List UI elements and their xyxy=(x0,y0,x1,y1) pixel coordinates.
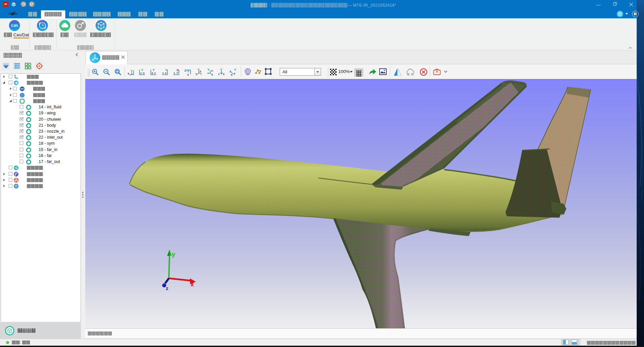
svg-text:Y: Y xyxy=(234,68,236,71)
svg-text:z: z xyxy=(166,285,168,291)
svg-text:x: x xyxy=(211,69,213,72)
svg-text:x: x xyxy=(199,69,201,73)
svg-text:x: x xyxy=(190,281,194,288)
svg-text:x: x xyxy=(128,71,130,75)
svg-text:Y: Y xyxy=(207,68,210,71)
svg-text:Y: Y xyxy=(14,74,15,76)
svg-text:z: z xyxy=(173,71,175,75)
svg-text:Z: Z xyxy=(184,69,186,72)
svg-text:z: z xyxy=(154,71,156,75)
svg-text:y: y xyxy=(172,251,175,258)
svg-text:z: z xyxy=(140,71,142,75)
svg-text:z: z xyxy=(162,71,164,75)
svg-text:Y: Y xyxy=(176,71,178,75)
svg-text:z: z xyxy=(195,72,197,76)
svg-text:x: x xyxy=(152,71,154,75)
svg-text:x: x xyxy=(143,71,145,75)
svg-text:z: z xyxy=(218,72,220,76)
svg-text:x: x xyxy=(223,72,225,76)
svg-text:z: z xyxy=(15,76,16,78)
svg-text:z: z xyxy=(211,73,213,76)
svg-text:z: z xyxy=(131,71,133,75)
svg-text:x: x xyxy=(187,73,189,76)
svg-text:x: x xyxy=(231,73,233,76)
svg-text:x: x xyxy=(165,71,167,75)
